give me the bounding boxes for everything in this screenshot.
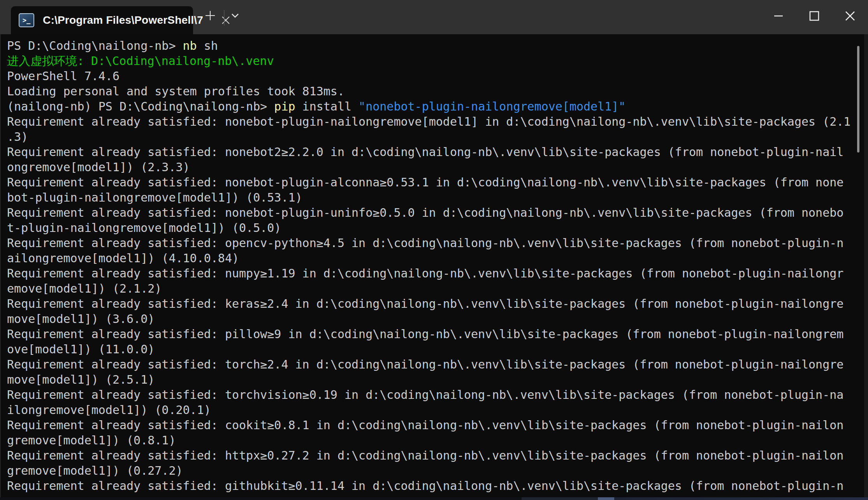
terminal-line: 进入虚拟环境: D:\Coding\nailong-nb\.venv: [7, 53, 855, 68]
minimize-icon: [773, 11, 784, 21]
maximize-button[interactable]: [796, 0, 832, 32]
terminal-line: ongremove[model1]) (2.3.3): [7, 160, 855, 175]
scrollbar-thumb[interactable]: [857, 46, 859, 153]
terminal-line: .3): [7, 129, 855, 144]
terminal-line: Requirement already satisfied: keras≥2.4…: [7, 296, 855, 311]
tab-title: C:\Program Files\PowerShell\7: [43, 14, 203, 26]
maximize-icon: [809, 11, 820, 21]
terminal-line: Requirement already satisfied: nonebot-p…: [7, 175, 855, 190]
tabbar-divider: [224, 10, 225, 26]
terminal-line: Requirement already satisfied: cookit≥0.…: [7, 418, 855, 433]
terminal-line: Requirement already satisfied: httpx≥0.2…: [7, 448, 855, 463]
terminal-line: gremove[model1]) (0.8.1): [7, 433, 855, 448]
terminal-line: Requirement already satisfied: torchvisi…: [7, 387, 855, 402]
terminal-line: emove[model1]) (2.1.2): [7, 281, 855, 296]
terminal-viewport[interactable]: PS D:\Coding\nailong-nb> nb sh进入虚拟环境: D:…: [0, 34, 868, 497]
terminal-line: Loading personal and system profiles too…: [7, 84, 855, 99]
terminal-line: Requirement already satisfied: opencv-py…: [7, 235, 855, 251]
terminal-line: Requirement already satisfied: nonebot-p…: [7, 205, 855, 220]
terminal-window: >_ C:\Program Files\PowerShell\7: [0, 0, 868, 500]
desktop-edge-strip: [0, 497, 868, 500]
terminal-line: ailongremove[model1]) (4.10.0.84): [7, 251, 855, 266]
terminal-line: PS D:\Coding\nailong-nb> nb sh: [7, 38, 855, 53]
terminal-output: PS D:\Coding\nailong-nb> nb sh进入虚拟环境: D:…: [7, 38, 855, 493]
terminal-line: Requirement already satisfied: numpy≥1.1…: [7, 266, 855, 281]
terminal-line: ove[model1]) (11.0.0): [7, 342, 855, 357]
terminal-line: (nailong-nb) PS D:\Coding\nailong-nb> pi…: [7, 99, 855, 114]
tab-powershell[interactable]: >_ C:\Program Files\PowerShell\7: [11, 6, 193, 34]
terminal-line: move[model1]) (3.6.0): [7, 311, 855, 326]
terminal-line: t-plugin-nailongremove[model1]) (0.5.0): [7, 220, 855, 235]
chevron-down-icon: [230, 12, 241, 19]
terminal-line: ilongremove[model1]) (0.20.1): [7, 402, 855, 418]
terminal-line: move[model1]) (2.5.1): [7, 372, 855, 387]
terminal-line: Requirement already satisfied: pillow≥9 …: [7, 326, 855, 342]
minimize-button[interactable]: [761, 0, 796, 32]
close-icon: [845, 11, 856, 21]
terminal-line: Requirement already satisfied: torch≥2.4…: [7, 357, 855, 372]
terminal-line: PowerShell 7.4.6: [7, 68, 855, 84]
terminal-line: Requirement already satisfied: githubkit…: [7, 478, 855, 493]
terminal-line: gremove[model1]) (0.27.2): [7, 463, 855, 478]
terminal-line: Requirement already satisfied: nonebot-p…: [7, 114, 855, 129]
terminal-line: Requirement already satisfied: nonebot2≥…: [7, 144, 855, 160]
plus-icon: [204, 10, 216, 21]
powershell-icon: >_: [19, 13, 34, 27]
close-window-button[interactable]: [832, 0, 868, 32]
titlebar[interactable]: >_ C:\Program Files\PowerShell\7: [0, 0, 868, 34]
terminal-line: bot-plugin-nailongremove[model1]) (0.53.…: [7, 190, 855, 205]
tab-dropdown-button[interactable]: [225, 5, 245, 26]
new-tab-button[interactable]: [200, 5, 220, 26]
